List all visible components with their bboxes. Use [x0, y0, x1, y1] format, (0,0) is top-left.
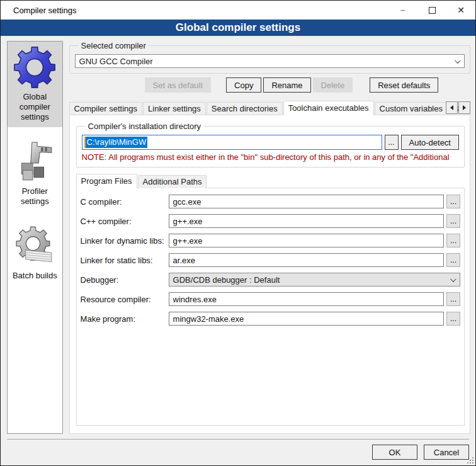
sidebar-item-global-compiler-settings[interactable]: Global compiler settings: [8, 42, 62, 127]
resource-compiler-input[interactable]: [169, 292, 444, 306]
arrow-right-icon: [463, 105, 466, 110]
sidebar-item-label: Global compiler settings: [9, 92, 61, 122]
compiler-select-value: GNU GCC Compiler: [79, 57, 153, 66]
compiler-actions-toolbar: Set as default Copy Rename Delete Reset …: [69, 77, 470, 93]
window-title: Compiler settings: [1, 6, 388, 15]
tab-scroll-left-button[interactable]: [446, 101, 458, 114]
resource-compiler-label: Resource compiler:: [81, 295, 169, 304]
field-row-make-program: Make program: ...: [81, 312, 460, 326]
selected-compiler-group: Selected compiler GNU GCC Compiler: [69, 41, 470, 74]
program-files-page: C compiler: ... C++ compiler: ... Linker…: [76, 188, 465, 426]
field-row-debugger: Debugger: GDB/CDB debugger : Default: [81, 273, 460, 287]
reset-defaults-button[interactable]: Reset defaults: [370, 77, 438, 93]
make-program-label: Make program:: [81, 314, 169, 324]
browse-cpp-compiler-button[interactable]: ...: [446, 214, 460, 228]
tab-scroll-right-button[interactable]: [458, 101, 470, 114]
installation-directory-legend: Compiler's installation directory: [86, 122, 204, 131]
browse-static-linker-button[interactable]: ...: [446, 253, 460, 267]
install-dir-value: C:\raylib\MinGW: [84, 137, 148, 148]
static-linker-label: Linker for static libs:: [81, 256, 169, 265]
installation-directory-group: Compiler's installation directory C:\ray…: [76, 122, 465, 168]
sidebar-item-label: Profiler settings: [9, 186, 61, 207]
tab-scroll-buttons: [445, 101, 470, 114]
browse-c-compiler-button[interactable]: ...: [446, 195, 460, 208]
debugger-select-value: GDB/CDB debugger : Default: [173, 275, 280, 285]
caliper-icon: [13, 140, 57, 184]
field-row-cpp-compiler: C++ compiler: ...: [81, 214, 460, 228]
cancel-button[interactable]: Cancel: [424, 445, 469, 460]
compiler-settings-dialog: Compiler settings – ✕ Global compiler se…: [0, 0, 476, 466]
program-files-tabbar: Program Files Additional Paths: [76, 174, 465, 188]
close-button[interactable]: ✕: [446, 1, 475, 20]
set-as-default-button[interactable]: Set as default: [145, 77, 212, 93]
copy-button[interactable]: Copy: [226, 77, 261, 93]
dynamic-linker-label: Linker for dynamic libs:: [81, 236, 169, 246]
delete-button[interactable]: Delete: [313, 77, 353, 93]
sidebar-item-batch-builds[interactable]: Batch builds: [8, 220, 62, 286]
tab-additional-paths[interactable]: Additional Paths: [138, 175, 207, 188]
sidebar-item-profiler-settings[interactable]: Profiler settings: [8, 136, 62, 212]
tab-search-directories[interactable]: Search directories: [207, 102, 283, 115]
tab-linker-settings[interactable]: Linker settings: [143, 102, 206, 115]
tab-toolchain-executables[interactable]: Toolchain executables: [283, 101, 374, 115]
settings-category-list: Global compiler settings: [7, 41, 63, 434]
chevron-down-icon: [450, 276, 456, 282]
tab-custom-variables[interactable]: Custom variables: [375, 102, 448, 115]
ok-button[interactable]: OK: [372, 445, 417, 460]
maximize-button[interactable]: [417, 1, 446, 20]
resize-grip[interactable]: [467, 457, 473, 463]
chevron-down-icon: [455, 57, 461, 64]
sidebar-item-label: Batch builds: [13, 271, 57, 281]
batch-builds-icon: [13, 224, 57, 268]
install-dir-input[interactable]: C:\raylib\MinGW: [82, 135, 382, 150]
arrow-left-icon: [450, 105, 453, 110]
minimize-button[interactable]: –: [388, 1, 417, 20]
selected-compiler-legend: Selected compiler: [79, 41, 149, 50]
field-row-c-compiler: C compiler: ...: [81, 195, 460, 208]
cpp-compiler-input[interactable]: [169, 214, 444, 228]
browse-dynamic-linker-button[interactable]: ...: [446, 234, 460, 247]
debugger-label: Debugger:: [81, 275, 169, 285]
auto-detect-button[interactable]: Auto-detect: [401, 135, 460, 150]
make-program-input[interactable]: [169, 312, 444, 326]
browse-make-program-button[interactable]: ...: [446, 312, 460, 326]
dialog-footer: OK Cancel: [7, 439, 469, 460]
install-dir-note: NOTE: All programs must exist either in …: [82, 152, 459, 162]
debugger-select[interactable]: GDB/CDB debugger : Default: [169, 273, 460, 287]
toolchain-executables-page: Compiler's installation directory C:\ray…: [69, 115, 470, 434]
minimize-icon: –: [400, 5, 405, 15]
field-row-static-linker: Linker for static libs: ...: [81, 253, 460, 267]
tab-compiler-settings[interactable]: Compiler settings: [69, 102, 142, 115]
c-compiler-label: C compiler:: [81, 197, 169, 207]
rename-button[interactable]: Rename: [263, 77, 310, 93]
compiler-select[interactable]: GNU GCC Compiler: [75, 54, 465, 68]
field-row-dynamic-linker: Linker for dynamic libs: ...: [81, 234, 460, 247]
maximize-icon: [429, 7, 436, 14]
cpp-compiler-label: C++ compiler:: [81, 217, 169, 226]
titlebar: Compiler settings – ✕: [1, 1, 475, 20]
dynamic-linker-input[interactable]: [169, 234, 444, 247]
browse-resource-compiler-button[interactable]: ...: [446, 292, 460, 306]
close-icon: ✕: [457, 5, 465, 15]
page-title: Global compiler settings: [1, 20, 475, 36]
gear-icon: [13, 45, 57, 89]
browse-install-dir-button[interactable]: ...: [385, 135, 399, 150]
field-row-resource-compiler: Resource compiler: ...: [81, 292, 460, 306]
static-linker-input[interactable]: [169, 253, 444, 267]
tab-program-files[interactable]: Program Files: [76, 174, 137, 188]
c-compiler-input[interactable]: [169, 195, 444, 208]
compiler-tabbar: Compiler settings Linker settings Search…: [69, 101, 470, 115]
